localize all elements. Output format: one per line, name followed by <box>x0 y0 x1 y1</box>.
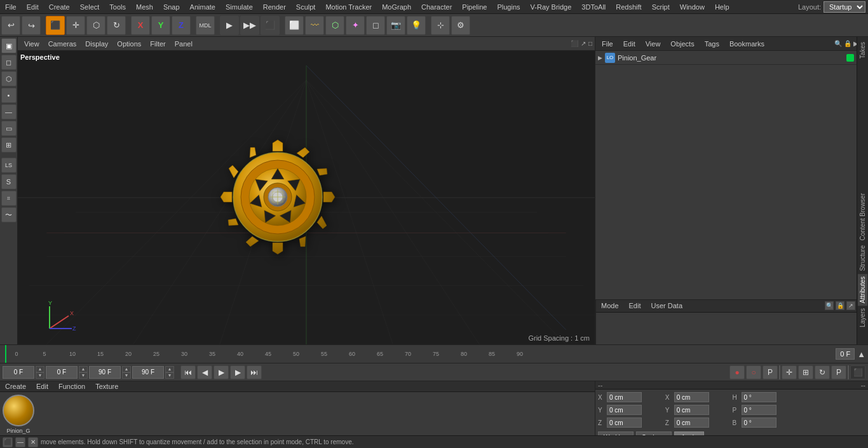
tick-5[interactable]: 5 <box>31 351 58 357</box>
h-rot-input[interactable] <box>742 392 776 402</box>
record-button[interactable]: ● <box>729 365 745 379</box>
light-tool-button[interactable]: 💡 <box>407 16 426 35</box>
viewport-menu-display[interactable]: Display <box>81 39 112 49</box>
mat-menu-function[interactable]: Function <box>56 381 88 391</box>
camera-tool-button[interactable]: 📷 <box>386 16 405 35</box>
timeline-expand-btn[interactable]: ▲ <box>857 350 865 359</box>
cube-tool-button[interactable]: ⬜ <box>285 16 304 35</box>
frame-end2-input[interactable] <box>132 366 164 379</box>
menu-render[interactable]: Render <box>258 2 291 12</box>
menu-animate[interactable]: Animate <box>185 2 220 12</box>
obj-menu-bookmarks[interactable]: Bookmarks <box>726 39 768 49</box>
frame-end1-up[interactable]: ▲ <box>122 366 131 372</box>
p-rot-input[interactable] <box>742 405 776 415</box>
obj-menu-view[interactable]: View <box>642 39 665 49</box>
status-icon-close[interactable]: ✕ <box>28 437 38 447</box>
menu-window[interactable]: Window <box>675 2 710 12</box>
material-item-pinion[interactable]: Pinion_G <box>3 395 34 434</box>
menu-sculpt[interactable]: Sculpt <box>291 2 321 12</box>
frame-start-down[interactable]: ▼ <box>36 372 44 379</box>
mat-menu-edit[interactable]: Edit <box>34 381 51 391</box>
keyframe-button[interactable]: P <box>763 365 778 379</box>
sidebar-model-mode[interactable]: ▣ <box>1 38 17 53</box>
obj-menu-tags[interactable]: Tags <box>701 39 723 49</box>
next-frame-button[interactable]: ▶ <box>230 365 245 379</box>
tab-structure[interactable]: Structure <box>858 243 867 274</box>
frame-end1-down[interactable]: ▼ <box>122 372 131 379</box>
frame-start-input[interactable] <box>3 366 34 379</box>
viewport-settings-button[interactable]: ⚙ <box>451 16 470 35</box>
menu-vray[interactable]: V-Ray Bridge <box>526 2 577 12</box>
layout-select[interactable]: Startup <box>824 1 865 13</box>
tab-content-browser[interactable]: Content Browser <box>858 191 867 243</box>
undo-button[interactable]: ↩ <box>1 16 20 35</box>
grid-button[interactable]: ⊞ <box>798 365 813 379</box>
status-icon-1[interactable]: ⬛ <box>3 437 13 447</box>
y-pos-input[interactable] <box>607 405 642 415</box>
menu-tools[interactable]: Tools <box>104 2 131 12</box>
material-thumb-pinion[interactable] <box>3 395 34 426</box>
menu-3dtall[interactable]: 3DToAll <box>576 2 611 12</box>
gear-object[interactable] <box>208 127 348 268</box>
tab-attributes[interactable]: Attributes <box>858 274 867 306</box>
tick-30[interactable]: 30 <box>170 351 198 357</box>
y-size-input[interactable] <box>674 405 709 415</box>
sidebar-live-sel[interactable]: LS <box>1 158 17 173</box>
obj-menu-file[interactable]: File <box>598 39 617 49</box>
x-pos-input[interactable] <box>607 392 642 402</box>
tick-25[interactable]: 25 <box>142 351 170 357</box>
attr-search-icon[interactable]: 🔍 <box>825 301 834 310</box>
menu-simulate[interactable]: Simulate <box>220 2 258 12</box>
tick-35[interactable]: 35 <box>198 351 226 357</box>
object-visibility-dot[interactable] <box>846 54 854 62</box>
go-to-start-button[interactable]: ⏮ <box>180 365 196 379</box>
rotate-tool-button[interactable]: ↻ <box>107 16 126 35</box>
frame-end2-down[interactable]: ▼ <box>165 372 174 379</box>
timeline[interactable]: 0 5 10 15 20 25 30 35 40 45 50 55 60 65 … <box>0 344 868 363</box>
object-row-pinion-gear[interactable]: ▶ LO Pinion_Gear <box>595 51 868 65</box>
tab-takes[interactable]: Takes <box>858 37 867 64</box>
attr-menu-mode[interactable]: Mode <box>599 301 621 311</box>
object-axis-button[interactable]: ⊹ <box>431 16 450 35</box>
menu-mograph[interactable]: MoGraph <box>377 2 416 12</box>
tick-0[interactable]: 0 <box>3 351 31 357</box>
auto-keyframe-button[interactable]: ○ <box>746 365 761 379</box>
sidebar-brush[interactable]: S <box>1 174 17 189</box>
attr-menu-userdata[interactable]: User Data <box>649 301 686 311</box>
mat-menu-texture[interactable]: Texture <box>93 381 121 391</box>
tick-80[interactable]: 80 <box>450 351 478 357</box>
frame-end1-input[interactable] <box>89 366 121 379</box>
obj-lock-icon[interactable]: 🔒 <box>844 40 851 47</box>
obj-menu-edit[interactable]: Edit <box>620 39 639 49</box>
obj-search-icon[interactable]: 🔍 <box>834 40 842 47</box>
viewport-corner-btn1[interactable]: ⬛ <box>571 40 578 47</box>
menu-mesh[interactable]: Mesh <box>131 2 158 12</box>
menu-select[interactable]: Select <box>75 2 105 12</box>
tick-70[interactable]: 70 <box>394 351 422 357</box>
viewport-corner-btn2[interactable]: ↗ <box>581 40 586 47</box>
b-rot-input[interactable] <box>742 417 776 428</box>
menu-plugins[interactable]: Plugins <box>492 2 525 12</box>
frame-start-up[interactable]: ▲ <box>36 366 44 372</box>
go-to-end-button[interactable]: ⏭ <box>247 365 262 379</box>
viewport-canvas[interactable]: Perspective <box>18 51 595 344</box>
frame-current-up[interactable]: ▲ <box>79 366 88 372</box>
render-active-view-button[interactable]: ▶ <box>220 16 239 35</box>
tick-75[interactable]: 75 <box>422 351 450 357</box>
obj-menu-objects[interactable]: Objects <box>667 39 698 49</box>
tick-10[interactable]: 10 <box>58 351 86 357</box>
frame-end2-up[interactable]: ▲ <box>165 366 174 372</box>
menu-motion-tracker[interactable]: Motion Tracker <box>320 2 377 12</box>
tick-50[interactable]: 50 <box>282 351 310 357</box>
tick-65[interactable]: 65 <box>366 351 394 357</box>
tick-60[interactable]: 60 <box>338 351 366 357</box>
cursor-tool-button[interactable]: ⬛ <box>46 16 65 35</box>
x-axis-button[interactable]: X <box>131 16 150 35</box>
sidebar-smooth-sel[interactable]: 〜 <box>1 207 17 222</box>
render-region-button[interactable]: ⬛ <box>261 16 280 35</box>
deformer-button[interactable]: ⬡ <box>325 16 344 35</box>
tick-90[interactable]: 90 <box>506 351 534 357</box>
model-mode-button[interactable]: MDL <box>196 16 215 35</box>
viewport-menu-view[interactable]: View <box>20 39 43 49</box>
z-pos-input[interactable] <box>607 417 642 428</box>
